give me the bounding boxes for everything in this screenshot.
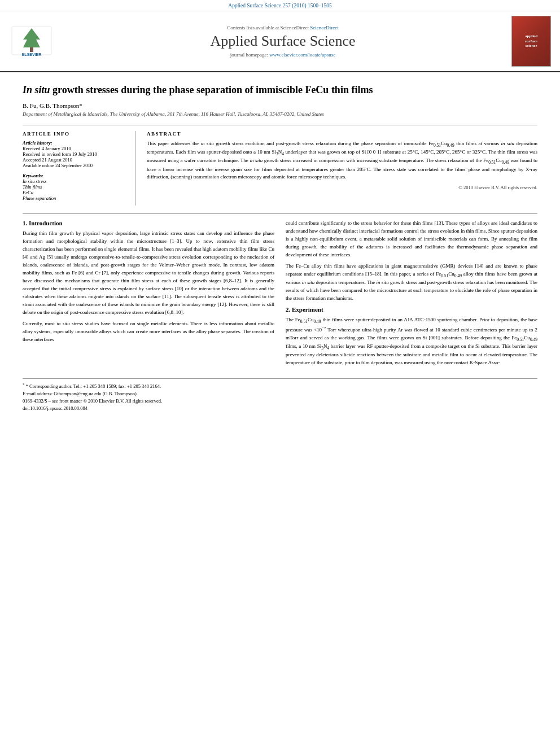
elsevier-logo: ELSEVIER bbox=[9, 24, 54, 59]
keyword-3: FeCu bbox=[23, 190, 127, 195]
intro-heading: 1. Introduction bbox=[23, 220, 274, 226]
history-section: Article history: Received 4 January 2010… bbox=[23, 140, 127, 168]
svg-marker-1 bbox=[23, 28, 40, 47]
journal-header: ELSEVIER Contents lists available at Sci… bbox=[0, 11, 560, 72]
journal-cover-image: applied surface science bbox=[511, 16, 551, 67]
article-title: In situ growth stresses during the phase… bbox=[23, 84, 537, 97]
keyword-4: Phase separation bbox=[23, 195, 127, 201]
article-info-heading: ARTICLE INFO bbox=[23, 131, 127, 137]
footnote-star: * * Corresponding author. Tel.: +1 205 3… bbox=[23, 382, 537, 389]
svg-rect-2 bbox=[30, 47, 33, 52]
abstract: ABSTRACT This paper addresses the in sit… bbox=[147, 131, 537, 206]
title-italic-part: In situ bbox=[23, 84, 50, 95]
homepage-link[interactable]: www.elsevier.com/locate/apsusc bbox=[269, 52, 335, 58]
intro-para-2: Currently, most in situ stress studies h… bbox=[23, 320, 274, 344]
footnotes: * * Corresponding author. Tel.: +1 205 3… bbox=[23, 378, 537, 411]
right-para-1: could contribute significantly to the st… bbox=[286, 220, 537, 259]
abstract-text: This paper addresses the in situ growth … bbox=[147, 140, 537, 181]
right-para-2: The Fe–Cu alloy thin films have applicat… bbox=[286, 263, 537, 303]
footnote-issn: 0169-4332/$ – see front matter © 2010 El… bbox=[23, 398, 537, 404]
main-content: In situ growth stresses during the phase… bbox=[0, 72, 560, 424]
copyright: © 2010 Elsevier B.V. All rights reserved… bbox=[147, 185, 537, 190]
svg-text:ELSEVIER: ELSEVIER bbox=[22, 53, 42, 56]
article-meta: ARTICLE INFO Article history: Received 4… bbox=[23, 125, 537, 206]
journal-ref-link[interactable]: Applied Surface Science 257 (2010) 1500–… bbox=[228, 3, 331, 8]
abstract-heading: ABSTRACT bbox=[147, 131, 537, 137]
keyword-1: In situ stress bbox=[23, 178, 127, 184]
experiment-para-1: The Fe0.51Cu0.49 thin films were sputter… bbox=[286, 316, 537, 367]
top-bar: Applied Surface Science 257 (2010) 1500–… bbox=[0, 0, 560, 11]
journal-title: Applied Surface Science bbox=[60, 33, 506, 50]
body-two-col: 1. Introduction During thin film growth … bbox=[23, 220, 537, 370]
journal-homepage: journal homepage: www.elsevier.com/locat… bbox=[60, 52, 506, 58]
title-rest: growth stresses during the phase separat… bbox=[50, 84, 373, 95]
sciencedirect-label: Contents lists available at ScienceDirec… bbox=[60, 25, 506, 30]
affiliation: Department of Metallurgical & Materials,… bbox=[23, 111, 537, 117]
left-col: 1. Introduction During thin film growth … bbox=[23, 220, 274, 370]
footnote-doi: doi:10.1016/j.apsusc.2010.08.084 bbox=[23, 405, 537, 411]
journal-center: Contents lists available at ScienceDirec… bbox=[60, 25, 506, 58]
experiment-heading: 2. Experiment bbox=[286, 306, 537, 313]
right-col: could contribute significantly to the st… bbox=[286, 220, 537, 370]
authors: B. Fu, G.B. Thompson* bbox=[23, 102, 537, 109]
article-info: ARTICLE INFO Article history: Received 4… bbox=[23, 131, 135, 206]
footnote-email: E-mail address: Gthompson@eng.ua.edu (G.… bbox=[23, 391, 537, 396]
sciencedirect-link[interactable]: ScienceDirect bbox=[310, 25, 338, 30]
body-section: 1. Introduction During thin film growth … bbox=[23, 213, 537, 370]
keywords-section: Keywords: In situ stress Thin films FeCu… bbox=[23, 173, 127, 201]
intro-para-1: During thin film growth by physical vapo… bbox=[23, 230, 274, 316]
keyword-2: Thin films bbox=[23, 184, 127, 190]
